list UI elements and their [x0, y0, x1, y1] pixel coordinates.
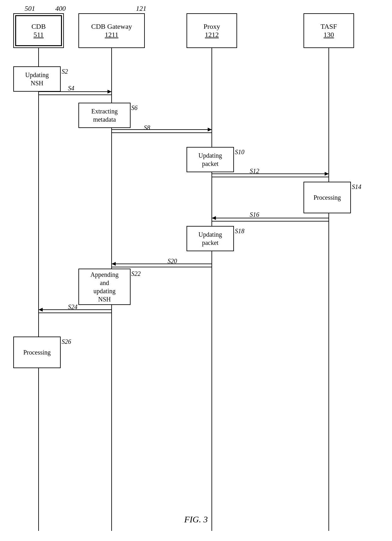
step-label-s24: S24 — [68, 303, 77, 311]
step-processing-cdb: Processing — [13, 337, 61, 368]
entity-tasf-label: TASF — [321, 22, 337, 31]
svg-marker-6 — [107, 90, 112, 94]
step-extracting-metadata-text: Extracting metadata — [91, 107, 118, 124]
entity-tasf-sublabel: 130 — [324, 31, 334, 39]
entity-proxy-sublabel: 1212 — [205, 31, 219, 39]
step-label-s4: S4 — [68, 85, 74, 92]
step-label-s22: S22 — [131, 270, 141, 277]
svg-marker-18 — [112, 262, 116, 266]
step-updating-packet-2-text: Updating packet — [199, 230, 222, 247]
figure-label: FIG. 3 — [184, 514, 208, 525]
step-label-s18: S18 — [235, 228, 244, 235]
ref-400: 400 — [55, 4, 66, 13]
entity-cdb-sublabel: 511 — [34, 31, 44, 39]
step-updating-nsh: Updating NSH — [13, 66, 61, 92]
step-label-s10: S10 — [235, 149, 244, 156]
step-processing-tasf-text: Processing — [314, 193, 341, 202]
entity-cdb-gateway: CDB Gateway 1211 — [78, 13, 145, 48]
step-label-s14: S14 — [352, 183, 361, 191]
step-label-s20: S20 — [168, 258, 177, 265]
step-appending-updating-nsh-text: Appending and updating NSH — [90, 270, 119, 303]
step-label-s8: S8 — [144, 124, 150, 131]
ref-501: 501 — [25, 4, 35, 13]
entity-tasf: TASF 130 — [303, 13, 354, 48]
step-label-s12: S12 — [250, 167, 259, 175]
entity-proxy: Proxy 1212 — [187, 13, 237, 48]
svg-marker-15 — [212, 216, 216, 220]
entity-cdb-label: CDB — [31, 22, 46, 31]
step-processing-tasf: Processing — [303, 182, 351, 213]
step-processing-cdb-text: Processing — [23, 348, 51, 356]
step-appending-updating-nsh: Appending and updating NSH — [78, 269, 131, 305]
step-label-s2: S2 — [62, 68, 68, 75]
svg-marker-12 — [325, 172, 329, 176]
step-updating-packet-1: Updating packet — [187, 147, 234, 172]
step-label-s26: S26 — [62, 338, 71, 345]
step-extracting-metadata: Extracting metadata — [78, 103, 131, 128]
entity-cdb-gateway-sublabel: 1211 — [105, 31, 118, 39]
step-label-s16: S16 — [250, 211, 259, 218]
entity-cdb-gateway-label: CDB Gateway — [91, 22, 132, 31]
step-updating-packet-2: Updating packet — [187, 226, 234, 251]
svg-marker-21 — [39, 308, 43, 312]
svg-marker-9 — [208, 128, 212, 131]
step-updating-packet-1-text: Updating packet — [199, 151, 222, 168]
entity-proxy-label: Proxy — [204, 22, 220, 31]
diagram: 501 400 121 CDB 511 CDB Gateway 1211 Pro… — [0, 0, 392, 531]
step-updating-nsh-text: Updating NSH — [25, 71, 49, 87]
entity-cdb: CDB 511 — [13, 13, 64, 48]
ref-121: 121 — [136, 4, 146, 13]
step-label-s6: S6 — [131, 104, 138, 112]
